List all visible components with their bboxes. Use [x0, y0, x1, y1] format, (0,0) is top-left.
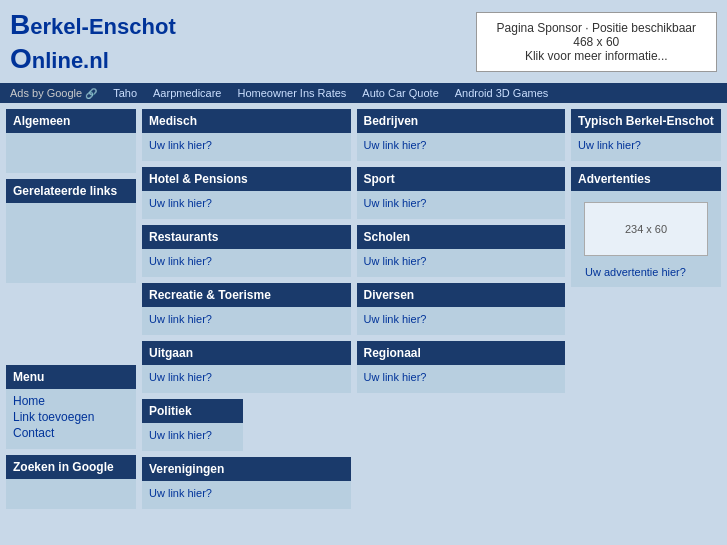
nav-link-aarpmedicare[interactable]: Aarpmedicare — [153, 87, 221, 99]
site-title: Berkel-Enschot Online.nl — [10, 8, 176, 75]
gerelateerde-body — [6, 203, 136, 283]
medisch-link[interactable]: Uw link hier? — [149, 139, 212, 151]
nav-link-autocar[interactable]: Auto Car Quote — [362, 87, 438, 99]
menu-contact[interactable]: Contact — [13, 426, 129, 440]
category-medisch: Medisch Uw link hier? — [142, 109, 351, 161]
restaurants-body: Uw link hier? — [142, 249, 351, 277]
menu-header: Menu — [6, 365, 136, 389]
center-content: Medisch Uw link hier? Bedrijven Uw link … — [142, 109, 565, 509]
advertenties-header: Advertenties — [571, 167, 721, 191]
diversen-header: Diversen — [357, 283, 566, 307]
restaurants-header: Restaurants — [142, 225, 351, 249]
site-title-rest1: erkel-Enschot — [30, 14, 176, 39]
menu-home[interactable]: Home — [13, 394, 129, 408]
o-letter: O — [10, 43, 32, 74]
politiek-spacer — [357, 399, 566, 451]
recreatie-body: Uw link hier? — [142, 307, 351, 335]
b-letter: B — [10, 9, 30, 40]
sponsor-line2: 468 x 60 — [497, 35, 696, 49]
hotel-header: Hotel & Pensions — [142, 167, 351, 191]
scholen-header: Scholen — [357, 225, 566, 249]
gerelateerde-header: Gerelateerde links — [6, 179, 136, 203]
category-sport: Sport Uw link hier? — [357, 167, 566, 219]
category-bedrijven: Bedrijven Uw link hier? — [357, 109, 566, 161]
advertenties-section: Advertenties 234 x 60 Uw advertentie hie… — [571, 167, 721, 287]
nav-link-taho[interactable]: Taho — [113, 87, 137, 99]
diversen-link[interactable]: Uw link hier? — [364, 313, 427, 325]
sponsor-line1: Pagina Sponsor · Positie beschikbaar — [497, 21, 696, 35]
advertenties-body: 234 x 60 Uw advertentie hier? — [571, 191, 721, 287]
nav-link-homeowner[interactable]: Homeowner Ins Rates — [238, 87, 347, 99]
scholen-link[interactable]: Uw link hier? — [364, 255, 427, 267]
ads-by-google: Ads by Google 🔗 — [10, 87, 97, 99]
category-regionaal: Regionaal Uw link hier? — [357, 341, 566, 393]
category-hotel: Hotel & Pensions Uw link hier? — [142, 167, 351, 219]
uitgaan-link[interactable]: Uw link hier? — [149, 371, 212, 383]
site-title-rest2: nline.nl — [32, 48, 109, 73]
regionaal-link[interactable]: Uw link hier? — [364, 371, 427, 383]
category-diversen: Diversen Uw link hier? — [357, 283, 566, 335]
menu-body: Home Link toevoegen Contact — [6, 389, 136, 449]
hotel-link[interactable]: Uw link hier? — [149, 197, 212, 209]
restaurants-link[interactable]: Uw link hier? — [149, 255, 212, 267]
ad-placeholder: 234 x 60 — [584, 202, 708, 256]
typisch-link[interactable]: Uw link hier? — [578, 139, 641, 151]
category-restaurants: Restaurants Uw link hier? — [142, 225, 351, 277]
recreatie-link[interactable]: Uw link hier? — [149, 313, 212, 325]
category-scholen: Scholen Uw link hier? — [357, 225, 566, 277]
left-sidebar: Algemeen Gerelateerde links Menu Home Li… — [6, 109, 136, 509]
recreatie-header: Recreatie & Toerisme — [142, 283, 351, 307]
site-title-line2: Online.nl — [10, 42, 176, 76]
bedrijven-header: Bedrijven — [357, 109, 566, 133]
category-politiek: Politiek Uw link hier? — [142, 399, 243, 451]
politiek-header: Politiek — [142, 399, 243, 423]
sport-link[interactable]: Uw link hier? — [364, 197, 427, 209]
verenigingen-link[interactable]: Uw link hier? — [149, 487, 212, 499]
menu-link-toevoegen[interactable]: Link toevoegen — [13, 410, 129, 424]
politiek-link[interactable]: Uw link hier? — [149, 429, 212, 441]
verenigingen-body: Uw link hier? — [142, 481, 351, 509]
right-sidebar: Typisch Berkel-Enschot Uw link hier? Adv… — [571, 109, 721, 509]
nav-link-android[interactable]: Android 3D Games — [455, 87, 549, 99]
bedrijven-body: Uw link hier? — [357, 133, 566, 161]
typisch-body: Uw link hier? — [571, 133, 721, 161]
verenigingen-spacer — [357, 457, 566, 509]
category-recreatie: Recreatie & Toerisme Uw link hier? — [142, 283, 351, 335]
algemeen-header: Algemeen — [6, 109, 136, 133]
algemeen-body — [6, 133, 136, 173]
sponsor-box[interactable]: Pagina Sponsor · Positie beschikbaar 468… — [476, 12, 717, 72]
category-uitgaan: Uitgaan Uw link hier? — [142, 341, 351, 393]
medisch-body: Uw link hier? — [142, 133, 351, 161]
politiek-body: Uw link hier? — [142, 423, 243, 451]
main: Algemeen Gerelateerde links Menu Home Li… — [0, 103, 727, 515]
scholen-body: Uw link hier? — [357, 249, 566, 277]
hotel-body: Uw link hier? — [142, 191, 351, 219]
regionaal-header: Regionaal — [357, 341, 566, 365]
external-icon: 🔗 — [85, 88, 97, 99]
site-title-line1: Berkel-Enschot — [10, 8, 176, 42]
typisch-section: Typisch Berkel-Enschot Uw link hier? — [571, 109, 721, 161]
nav-bar: Ads by Google 🔗 Taho Aarpmedicare Homeow… — [0, 83, 727, 103]
sport-body: Uw link hier? — [357, 191, 566, 219]
typisch-header: Typisch Berkel-Enschot — [571, 109, 721, 133]
uitgaan-header: Uitgaan — [142, 341, 351, 365]
sponsor-line3: Klik voor meer informatie... — [497, 49, 696, 63]
ads-label: Ads by Google — [10, 87, 82, 99]
ad-link[interactable]: Uw advertentie hier? — [578, 262, 714, 282]
diversen-body: Uw link hier? — [357, 307, 566, 335]
bedrijven-link[interactable]: Uw link hier? — [364, 139, 427, 151]
zoeken-header: Zoeken in Google — [6, 455, 136, 479]
category-verenigingen: Verenigingen Uw link hier? — [142, 457, 351, 509]
zoeken-body — [6, 479, 136, 509]
uitgaan-body: Uw link hier? — [142, 365, 351, 393]
sport-header: Sport — [357, 167, 566, 191]
verenigingen-header: Verenigingen — [142, 457, 351, 481]
header: Berkel-Enschot Online.nl Pagina Sponsor … — [0, 0, 727, 83]
regionaal-body: Uw link hier? — [357, 365, 566, 393]
medisch-header: Medisch — [142, 109, 351, 133]
